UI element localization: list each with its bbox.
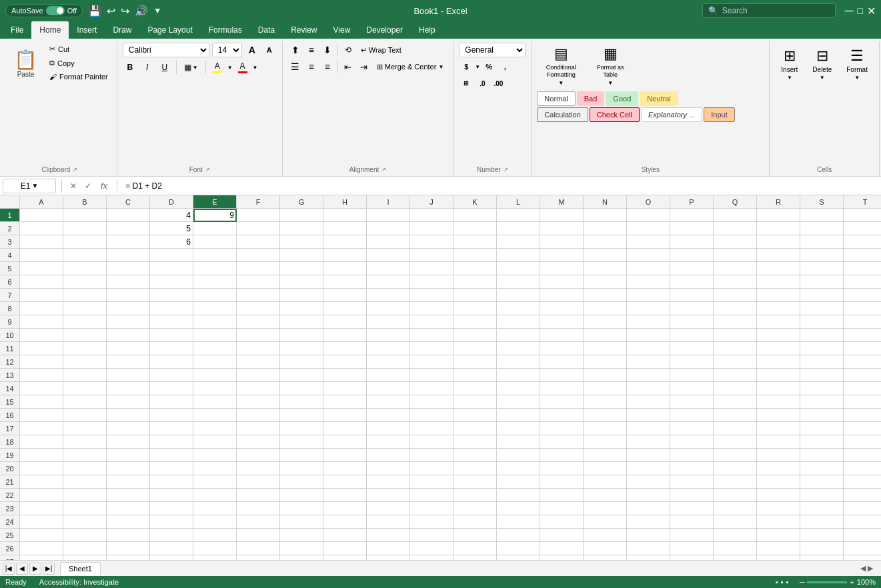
- cell-J24[interactable]: [410, 515, 454, 529]
- cell-R2[interactable]: [757, 222, 800, 235]
- cell-E9[interactable]: [193, 315, 237, 329]
- cell-N8[interactable]: [584, 302, 627, 315]
- cell-M15[interactable]: [540, 395, 584, 409]
- cell-I9[interactable]: [367, 315, 410, 329]
- cell-O24[interactable]: [627, 515, 670, 529]
- cell-H21[interactable]: [323, 475, 367, 489]
- currency-arrow[interactable]: ▼: [475, 64, 480, 70]
- cell-C17[interactable]: [107, 422, 150, 435]
- cell-H6[interactable]: [323, 275, 367, 289]
- cell-M25[interactable]: [540, 529, 584, 542]
- cell-N23[interactable]: [584, 502, 627, 515]
- cell-G10[interactable]: [280, 329, 323, 342]
- cell-M18[interactable]: [540, 435, 584, 449]
- clipboard-expand-icon[interactable]: ↗: [73, 167, 77, 173]
- cell-D25[interactable]: [150, 529, 193, 542]
- cell-K26[interactable]: [454, 542, 497, 555]
- col-header-F[interactable]: F: [237, 195, 280, 209]
- cell-I20[interactable]: [367, 462, 410, 475]
- cell-C25[interactable]: [107, 529, 150, 542]
- cell-A20[interactable]: [20, 462, 63, 475]
- cell-S26[interactable]: [800, 542, 844, 555]
- cell-B24[interactable]: [63, 515, 107, 529]
- cell-I13[interactable]: [367, 369, 410, 382]
- cell-N3[interactable]: [584, 235, 627, 249]
- cell-C1[interactable]: [107, 209, 150, 222]
- cell-A25[interactable]: [20, 529, 63, 542]
- cell-D12[interactable]: [150, 355, 193, 369]
- cell-L21[interactable]: [497, 475, 540, 489]
- cell-G26[interactable]: [280, 542, 323, 555]
- cell-C9[interactable]: [107, 315, 150, 329]
- cell-M12[interactable]: [540, 355, 584, 369]
- cell-S22[interactable]: [800, 489, 844, 502]
- cell-R24[interactable]: [757, 515, 800, 529]
- cell-C26[interactable]: [107, 542, 150, 555]
- tab-page-layout[interactable]: Page Layout: [139, 21, 200, 39]
- cell-B15[interactable]: [63, 395, 107, 409]
- tab-file[interactable]: File: [3, 21, 31, 39]
- redo-icon[interactable]: ↪: [121, 5, 129, 17]
- cell-H25[interactable]: [323, 529, 367, 542]
- cell-E6[interactable]: [193, 275, 237, 289]
- cell-ref-arrow[interactable]: ▼: [31, 182, 38, 189]
- cell-H23[interactable]: [323, 502, 367, 515]
- cell-M24[interactable]: [540, 515, 584, 529]
- cell-Q6[interactable]: [714, 275, 757, 289]
- cell-L5[interactable]: [497, 262, 540, 275]
- cell-N24[interactable]: [584, 515, 627, 529]
- alignment-expand-icon[interactable]: ↗: [381, 167, 386, 173]
- cell-H11[interactable]: [323, 342, 367, 355]
- cell-L7[interactable]: [497, 289, 540, 302]
- cell-D7[interactable]: [150, 289, 193, 302]
- cell-O4[interactable]: [627, 249, 670, 262]
- row-num-26[interactable]: 26: [0, 542, 20, 555]
- col-header-O[interactable]: O: [627, 195, 670, 209]
- fx-label[interactable]: fx: [97, 181, 111, 191]
- cell-K21[interactable]: [454, 475, 497, 489]
- cell-M16[interactable]: [540, 409, 584, 422]
- cell-P13[interactable]: [670, 369, 714, 382]
- cell-Q23[interactable]: [714, 502, 757, 515]
- cell-M17[interactable]: [540, 422, 584, 435]
- cell-J1[interactable]: [410, 209, 454, 222]
- style-calculation[interactable]: Calculation: [537, 107, 588, 122]
- cell-L19[interactable]: [497, 449, 540, 462]
- cell-P10[interactable]: [670, 329, 714, 342]
- cell-L17[interactable]: [497, 422, 540, 435]
- cell-K22[interactable]: [454, 489, 497, 502]
- cell-I2[interactable]: [367, 222, 410, 235]
- cell-P22[interactable]: [670, 489, 714, 502]
- cell-B26[interactable]: [63, 542, 107, 555]
- cell-S19[interactable]: [800, 449, 844, 462]
- maximize-icon[interactable]: □: [858, 5, 863, 16]
- cell-R12[interactable]: [757, 355, 800, 369]
- style-bad[interactable]: Bad: [577, 91, 605, 106]
- cell-I1[interactable]: [367, 209, 410, 222]
- increase-font-button[interactable]: A: [245, 43, 259, 57]
- cell-T13[interactable]: [844, 369, 881, 382]
- cell-R7[interactable]: [757, 289, 800, 302]
- cell-D26[interactable]: [150, 542, 193, 555]
- row-num-9[interactable]: 9: [0, 315, 20, 329]
- sheet-last-btn[interactable]: ▶|: [43, 563, 55, 575]
- cell-G2[interactable]: [280, 222, 323, 235]
- cell-Q21[interactable]: [714, 475, 757, 489]
- cell-T11[interactable]: [844, 342, 881, 355]
- cell-G7[interactable]: [280, 289, 323, 302]
- cell-B9[interactable]: [63, 315, 107, 329]
- cell-M6[interactable]: [540, 275, 584, 289]
- cell-S24[interactable]: [800, 515, 844, 529]
- cell-S7[interactable]: [800, 289, 844, 302]
- cell-D8[interactable]: [150, 302, 193, 315]
- cell-F18[interactable]: [237, 435, 280, 449]
- cell-L6[interactable]: [497, 275, 540, 289]
- cancel-formula-icon[interactable]: ✕: [67, 180, 79, 192]
- cell-D14[interactable]: [150, 382, 193, 395]
- cell-B17[interactable]: [63, 422, 107, 435]
- cell-K15[interactable]: [454, 395, 497, 409]
- style-normal[interactable]: Normal: [537, 91, 575, 106]
- cell-G19[interactable]: [280, 449, 323, 462]
- cell-T21[interactable]: [844, 475, 881, 489]
- style-check-cell[interactable]: Check Cell: [590, 107, 640, 122]
